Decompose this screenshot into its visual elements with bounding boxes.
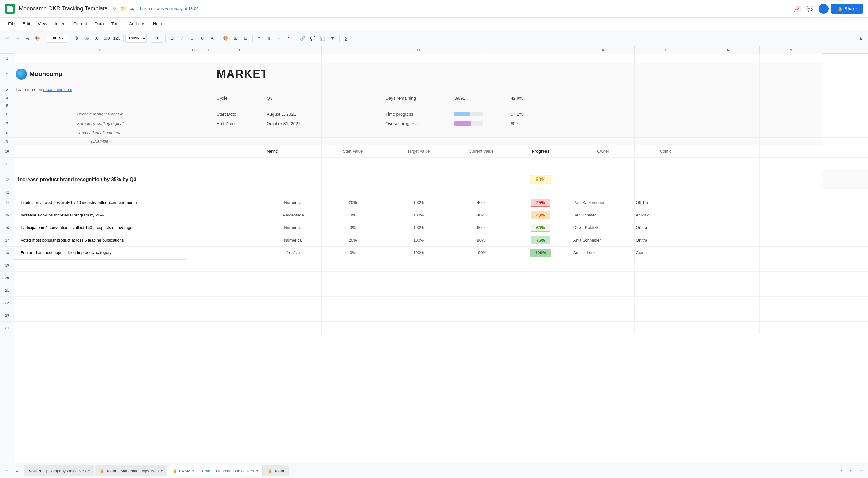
cell-l13[interactable] — [634, 189, 697, 196]
cell-n24[interactable] — [760, 322, 822, 334]
cell-e16[interactable] — [215, 221, 265, 234]
cell-c24[interactable] — [186, 322, 201, 334]
cell-e24[interactable] — [215, 322, 265, 334]
cell-m11[interactable] — [697, 158, 760, 170]
cell-d23[interactable] — [201, 309, 215, 321]
cell-m9[interactable] — [697, 138, 760, 145]
col-header-d[interactable]: D — [201, 46, 215, 54]
cell-f8[interactable] — [265, 128, 322, 137]
cell-j21[interactable] — [509, 284, 572, 296]
tab-example-team-marketing[interactable]: 🔒 EXAMPLE | Team – Marketing Objectives … — [168, 465, 262, 476]
cell-m2[interactable] — [697, 63, 760, 85]
cell-l22[interactable] — [634, 296, 697, 309]
col-header-j[interactable]: J — [509, 46, 572, 54]
cell-e18[interactable] — [215, 247, 265, 259]
cell-d10[interactable] — [201, 145, 215, 157]
col-header-f[interactable]: F — [265, 46, 322, 54]
cell-i5[interactable] — [453, 102, 509, 109]
cell-b21[interactable] — [14, 284, 186, 296]
cell-e8[interactable] — [215, 128, 265, 137]
cell-d11[interactable] — [201, 158, 215, 170]
row-num-6[interactable]: 6 — [0, 109, 14, 119]
cell-i22[interactable] — [453, 296, 509, 309]
merge-button[interactable]: ⊟ — [241, 33, 250, 43]
cell-i23[interactable] — [453, 309, 509, 321]
row-num-19[interactable]: 19 — [0, 259, 14, 272]
currency-button[interactable]: $ — [72, 33, 81, 43]
cell-j2[interactable] — [509, 63, 572, 85]
cell-f2[interactable] — [265, 63, 322, 85]
cell-g11[interactable] — [322, 158, 384, 170]
cell-n11[interactable] — [760, 158, 822, 170]
cell-d5[interactable] — [201, 102, 215, 109]
cell-f19[interactable] — [265, 259, 322, 271]
cell-n6[interactable] — [760, 109, 822, 119]
cell-i13[interactable] — [453, 189, 509, 196]
cell-n21[interactable] — [760, 284, 822, 296]
cell-f5[interactable] — [265, 102, 322, 109]
tab-team[interactable]: 🔒 Team — [263, 465, 289, 476]
cell-e21[interactable] — [215, 284, 265, 296]
cell-c10[interactable] — [186, 145, 201, 157]
cell-n20[interactable] — [760, 272, 822, 284]
cell-l1[interactable] — [634, 54, 697, 63]
cell-d16[interactable] — [201, 221, 215, 234]
borders-button[interactable]: ⊞ — [231, 33, 240, 43]
cell-d6[interactable] — [201, 109, 215, 119]
underline-button[interactable]: U — [197, 33, 207, 43]
star-icon[interactable]: ☆ — [112, 6, 118, 12]
cell-f4[interactable]: Q3 — [265, 94, 322, 102]
cell-e19[interactable] — [215, 259, 265, 271]
cell-m19[interactable] — [697, 259, 760, 271]
cell-n23[interactable] — [760, 309, 822, 321]
cell-k3[interactable] — [572, 85, 634, 94]
menu-file[interactable]: File — [5, 20, 19, 28]
menu-edit[interactable]: Edit — [20, 20, 33, 28]
cell-c13[interactable] — [186, 189, 201, 196]
cell-n12[interactable] — [760, 170, 822, 189]
cell-g20[interactable] — [322, 272, 384, 284]
cell-l20[interactable] — [634, 272, 697, 284]
mooncamp-link[interactable]: mooncamp.com — [43, 87, 72, 92]
row-num-9[interactable]: 9 — [0, 138, 14, 145]
cell-d17[interactable] — [201, 234, 215, 246]
cell-j3[interactable] — [509, 85, 572, 94]
tab-example-dropdown-icon[interactable]: ▾ — [256, 469, 258, 473]
col-header-n[interactable]: N — [760, 46, 822, 54]
cell-m24[interactable] — [697, 322, 760, 334]
sheet-list-button[interactable]: ≡ — [12, 467, 21, 475]
cell-f23[interactable] — [265, 309, 322, 321]
print-button[interactable]: 🖨 — [23, 33, 32, 43]
analytics-icon[interactable]: 📈 — [792, 3, 803, 14]
cell-j19[interactable] — [509, 259, 572, 271]
cell-n8[interactable] — [760, 128, 822, 137]
filter-button[interactable]: ▼ — [328, 33, 337, 43]
cell-m22[interactable] — [697, 296, 760, 309]
row-num-20[interactable]: 20 — [0, 272, 14, 284]
cell-l3[interactable] — [634, 85, 697, 94]
cell-k23[interactable] — [572, 309, 634, 321]
cell-g12[interactable] — [322, 170, 384, 189]
cell-k24[interactable] — [572, 322, 634, 334]
decimal-increase-button[interactable]: .00 — [102, 33, 112, 43]
cell-e14[interactable] — [215, 196, 265, 209]
add-sheet-button[interactable]: + — [2, 467, 11, 475]
row-num-21[interactable]: 21 — [0, 284, 14, 296]
menu-addons[interactable]: Add-ons — [126, 20, 148, 28]
cell-m10[interactable] — [697, 145, 760, 157]
italic-button[interactable]: I — [178, 33, 187, 43]
rotate-button[interactable]: ↻ — [284, 33, 294, 43]
cell-k19[interactable] — [572, 259, 634, 271]
cell-l12[interactable] — [634, 170, 697, 189]
cell-f24[interactable] — [265, 322, 322, 334]
cell-m14[interactable] — [697, 196, 760, 209]
cell-b11[interactable] — [14, 158, 186, 170]
cell-f12[interactable] — [265, 170, 322, 189]
cell-i8[interactable] — [453, 128, 509, 137]
cloud-icon[interactable]: ☁ — [129, 6, 135, 12]
cell-k5[interactable] — [572, 102, 634, 109]
cell-d15[interactable] — [201, 209, 215, 221]
cell-k6[interactable] — [572, 109, 634, 119]
cell-c4[interactable] — [186, 94, 201, 102]
cell-i2[interactable] — [453, 63, 509, 85]
